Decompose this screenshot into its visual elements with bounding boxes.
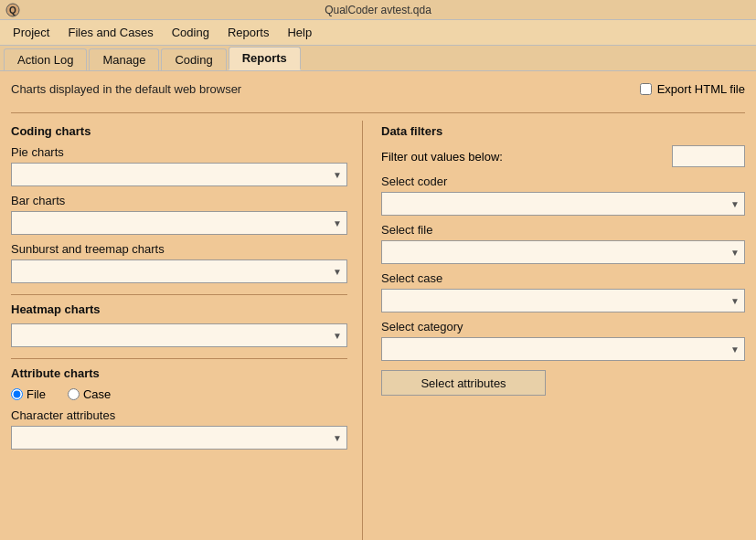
heatmap-select[interactable] — [11, 323, 347, 347]
pie-charts-dropdown-wrap: ▼ — [11, 163, 347, 186]
coding-charts-title: Coding charts — [11, 124, 347, 138]
main-content: Charts displayed in the default web brow… — [0, 71, 756, 540]
radio-group: File Case — [11, 387, 347, 401]
select-category-dropdown-wrap: ▼ — [381, 337, 745, 361]
left-column: Coding charts Pie charts ▼ Bar charts ▼ … — [11, 121, 363, 540]
char-attrs-label: Character attributes — [11, 408, 347, 422]
tab-reports[interactable]: Reports — [229, 47, 301, 70]
export-html-checkbox[interactable] — [640, 83, 652, 95]
left-section-divider-1 — [11, 294, 347, 295]
app-icon: Q — [5, 3, 20, 17]
sunburst-label: Sunburst and treemap charts — [11, 242, 347, 256]
select-category-label: Select category — [381, 320, 745, 334]
menubar: Project Files and Cases Coding Reports H… — [0, 20, 756, 46]
radio-file[interactable] — [11, 388, 23, 400]
menu-coding[interactable]: Coding — [163, 22, 218, 43]
heatmap-dropdown-wrap: ▼ — [11, 323, 347, 347]
bar-charts-dropdown-wrap: ▼ — [11, 211, 347, 235]
select-case-select[interactable] — [381, 289, 745, 312]
sunburst-select[interactable] — [11, 259, 347, 283]
pie-charts-label: Pie charts — [11, 145, 347, 159]
svg-text:Q: Q — [9, 5, 16, 16]
select-file-label: Select file — [381, 223, 745, 237]
select-case-dropdown-wrap: ▼ — [381, 289, 745, 312]
tab-coding[interactable]: Coding — [161, 48, 226, 70]
bar-charts-label: Bar charts — [11, 194, 347, 207]
export-row: Export HTML file — [640, 82, 745, 96]
select-coder-dropdown-wrap: ▼ — [381, 192, 745, 216]
radio-file-label[interactable]: File — [11, 387, 46, 401]
filter-label: Filter out values below: — [381, 150, 503, 164]
top-divider — [11, 112, 745, 113]
radio-case-text: Case — [83, 387, 111, 401]
select-coder-label: Select coder — [381, 175, 745, 188]
select-coder-select[interactable] — [381, 192, 745, 216]
menu-help[interactable]: Help — [278, 22, 321, 43]
menu-reports[interactable]: Reports — [218, 22, 279, 43]
attribute-charts-title: Attribute charts — [11, 366, 347, 380]
radio-case[interactable] — [68, 388, 80, 400]
columns: Coding charts Pie charts ▼ Bar charts ▼ … — [11, 121, 745, 540]
select-category-select[interactable] — [381, 337, 745, 361]
top-row: Charts displayed in the default web brow… — [11, 82, 745, 103]
char-attrs-dropdown-wrap: ▼ — [11, 426, 347, 450]
charts-label: Charts displayed in the default web brow… — [11, 82, 241, 96]
char-attrs-select[interactable] — [11, 426, 347, 450]
radio-case-label[interactable]: Case — [68, 387, 111, 401]
select-case-label: Select case — [381, 271, 745, 285]
filter-row: Filter out values below: — [381, 145, 745, 167]
data-filters-title: Data filters — [381, 124, 745, 138]
tabbar: Action Log Manage Coding Reports — [0, 46, 756, 71]
select-file-select[interactable] — [381, 240, 745, 264]
bar-charts-select[interactable] — [11, 211, 347, 235]
heatmap-title: Heatmap charts — [11, 302, 347, 316]
menu-files-cases[interactable]: Files and Cases — [59, 22, 162, 43]
radio-file-text: File — [27, 387, 46, 401]
sunburst-dropdown-wrap: ▼ — [11, 259, 347, 283]
left-section-divider-2 — [11, 358, 347, 359]
export-html-label: Export HTML file — [657, 82, 745, 96]
titlebar: Q QualCoder avtest.qda — [0, 0, 756, 20]
menu-project[interactable]: Project — [4, 22, 59, 43]
right-column: Data filters Filter out values below: Se… — [363, 121, 745, 540]
window-title: QualCoder avtest.qda — [325, 4, 431, 16]
select-attributes-button[interactable]: Select attributes — [381, 370, 546, 396]
tab-manage[interactable]: Manage — [89, 48, 159, 70]
tab-action-log[interactable]: Action Log — [4, 48, 87, 70]
select-file-dropdown-wrap: ▼ — [381, 240, 745, 264]
pie-charts-select[interactable] — [11, 163, 347, 186]
filter-input[interactable] — [672, 145, 745, 167]
